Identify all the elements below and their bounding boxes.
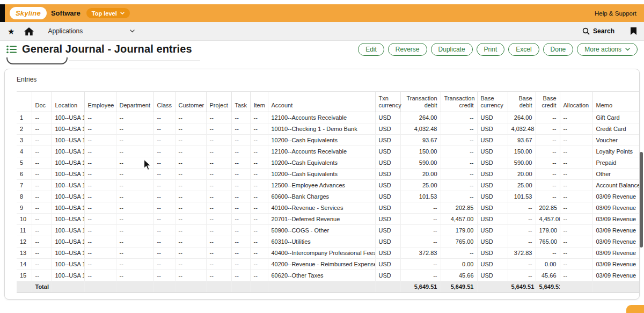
table-row[interactable]: 8--100--USA 1--------------60600--Bank C… xyxy=(17,191,640,202)
cell-doc: -- xyxy=(32,225,52,236)
cell-doc: -- xyxy=(32,270,52,281)
cell-doc: -- xyxy=(32,135,52,146)
cell-customer: -- xyxy=(175,259,206,270)
cell-txn_debit: -- xyxy=(400,225,441,236)
table-row[interactable]: 9--100--USA 1--------------40100--Revenu… xyxy=(17,202,640,214)
cell-txn_credit: -- xyxy=(441,112,477,123)
favorites-star-button[interactable]: ★ xyxy=(8,27,14,35)
cell-department: -- xyxy=(116,202,153,214)
cell-base_currency: USD xyxy=(477,202,508,214)
vertical-scrollbar[interactable] xyxy=(640,152,643,248)
cell-project: -- xyxy=(206,214,231,225)
help-support-link[interactable]: Help & Support xyxy=(595,10,636,17)
cell-employee: -- xyxy=(84,214,116,225)
cell-doc: -- xyxy=(32,146,52,157)
more-actions-button[interactable]: More actions xyxy=(577,43,638,56)
done-button[interactable]: Done xyxy=(543,43,574,56)
home-icon xyxy=(24,27,34,35)
table-row[interactable]: 7--100--USA 1--------------12500--Employ… xyxy=(17,180,640,191)
cell-base_currency: USD xyxy=(477,157,508,169)
cell-base_debit: -- xyxy=(508,236,536,248)
cell-txn_debit: 372.83 xyxy=(400,248,441,259)
cell-account: 12500--Employee Advances xyxy=(268,180,375,191)
table-row[interactable]: 1--100--USA 1--------------12100--Accoun… xyxy=(17,112,640,123)
cell-n: 15 xyxy=(17,270,32,281)
cell-doc: -- xyxy=(32,259,52,270)
reverse-button[interactable]: Reverse xyxy=(388,43,427,56)
cell-department: -- xyxy=(116,214,153,225)
excel-button[interactable]: Excel xyxy=(508,43,539,56)
cell-base_currency: USD xyxy=(477,270,508,281)
cell-account: 12100--Accounts Receivable xyxy=(268,146,375,157)
cell-item: -- xyxy=(250,270,268,281)
help-fab[interactable] xyxy=(626,305,644,313)
cell-location: 100--USA 1 xyxy=(52,191,84,202)
cell-department: -- xyxy=(116,135,153,146)
cell-customer: -- xyxy=(175,123,206,135)
table-row[interactable]: 12--100--USA 1--------------60310--Utili… xyxy=(17,236,640,248)
cell-customer: -- xyxy=(175,169,206,180)
table-row[interactable]: 5--100--USA 1--------------10200--Cash E… xyxy=(17,157,640,169)
cell-item: -- xyxy=(250,236,268,248)
cell-project: -- xyxy=(206,146,231,157)
cell-base_credit: 0.00 xyxy=(536,259,560,270)
cell-project: -- xyxy=(206,259,231,270)
cell-txn_credit: -- xyxy=(441,123,477,135)
cell-employee: -- xyxy=(84,248,116,259)
table-row[interactable]: 4--100--USA 1--------------12100--Accoun… xyxy=(17,146,640,157)
total-base_currency xyxy=(477,281,508,293)
journal-list-icon xyxy=(6,45,17,54)
cell-department: -- xyxy=(116,236,153,248)
cell-department: -- xyxy=(116,157,153,169)
cell-base_debit: 264.00 xyxy=(508,112,536,123)
cell-task: -- xyxy=(231,135,250,146)
table-row[interactable]: 3--100--USA 1--------------10200--Cash E… xyxy=(17,135,640,146)
cell-customer: -- xyxy=(175,225,206,236)
cell-allocation: -- xyxy=(560,248,592,259)
top-level-selector[interactable]: Top level xyxy=(86,8,130,18)
cell-base_debit: -- xyxy=(508,225,536,236)
cell-memo: Prepaid xyxy=(592,157,640,169)
cell-txn_debit: -- xyxy=(400,202,441,214)
cell-txn_debit: 25.00 xyxy=(400,180,441,191)
table-row[interactable]: 6--100--USA 1--------------10200--Cash E… xyxy=(17,169,640,180)
cell-employee: -- xyxy=(84,123,116,135)
home-button[interactable] xyxy=(24,27,34,35)
table-row[interactable]: 13--100--USA 1--------------40400--Inter… xyxy=(17,248,640,259)
cell-class: -- xyxy=(153,259,175,270)
cell-n: 4 xyxy=(17,146,32,157)
cell-txn_currency: USD xyxy=(375,180,400,191)
cell-memo: Voucher xyxy=(592,135,640,146)
cell-doc: -- xyxy=(32,236,52,248)
cell-department: -- xyxy=(116,191,153,202)
cell-employee: -- xyxy=(84,146,116,157)
cell-department: -- xyxy=(116,259,153,270)
cell-base_credit: 179.00 xyxy=(536,225,560,236)
cell-task: -- xyxy=(231,225,250,236)
bookmark-button[interactable] xyxy=(631,27,636,35)
print-button[interactable]: Print xyxy=(477,43,505,56)
cell-item: -- xyxy=(250,112,268,123)
table-row[interactable]: 2--100--USA 1--------------10010--Checki… xyxy=(17,123,640,135)
table-row[interactable]: 14--100--USA 1--------------40200--Reven… xyxy=(17,259,640,270)
duplicate-button[interactable]: Duplicate xyxy=(431,43,473,56)
bookmark-icon xyxy=(631,27,636,35)
cell-class: -- xyxy=(153,191,175,202)
search-button[interactable]: Search xyxy=(582,27,614,35)
edit-button[interactable]: Edit xyxy=(358,43,384,56)
table-row[interactable]: 15--100--USA 1--------------60620--Other… xyxy=(17,270,640,281)
column-header-txn_credit: Transaction credit xyxy=(441,92,477,112)
applications-dropdown[interactable]: Applications xyxy=(48,27,135,35)
cell-txn_currency: USD xyxy=(375,123,400,135)
cell-item: -- xyxy=(250,259,268,270)
cell-base_currency: USD xyxy=(477,225,508,236)
table-row[interactable]: 11--100--USA 1--------------50900--COGS … xyxy=(17,225,640,236)
column-header-doc: Doc xyxy=(32,92,52,112)
cell-customer: -- xyxy=(175,180,206,191)
cell-account: 40400--Intercompany Professional Fees xyxy=(268,248,375,259)
cell-item: -- xyxy=(250,169,268,180)
cell-account: 10200--Cash Equivalents xyxy=(268,169,375,180)
cell-task: -- xyxy=(231,157,250,169)
table-row[interactable]: 10--100--USA 1--------------20701--Defer… xyxy=(17,214,640,225)
cell-base_credit: 45.66 xyxy=(536,270,560,281)
